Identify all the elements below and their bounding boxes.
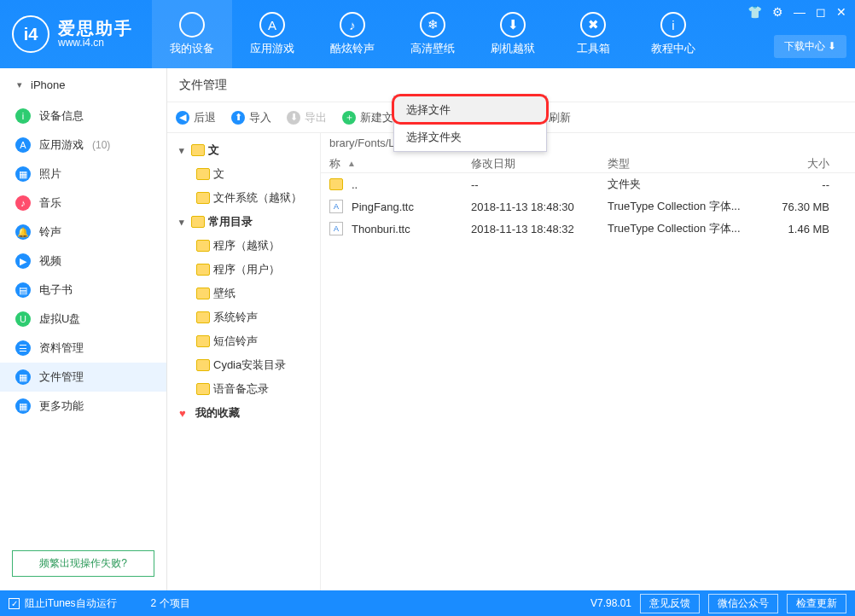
logo-icon: i4 bbox=[12, 15, 49, 53]
tree-label: 短信铃声 bbox=[213, 334, 258, 349]
col-date-header[interactable]: 修改日期 bbox=[471, 156, 608, 171]
nav-ringtones[interactable]: ♪ 酷炫铃声 bbox=[312, 0, 393, 68]
file-name: PingFang.ttc bbox=[352, 200, 414, 213]
maximize-button[interactable]: ◻ bbox=[816, 5, 826, 19]
tree-item[interactable]: 短信铃声 bbox=[167, 329, 320, 353]
apple-icon bbox=[179, 12, 205, 38]
export-icon: ⬇ bbox=[287, 111, 300, 125]
nav-jailbreak[interactable]: ⬇ 刷机越狱 bbox=[473, 0, 553, 68]
minimize-button[interactable]: — bbox=[794, 5, 806, 19]
sidebar-item-ringtones[interactable]: 🔔铃声 bbox=[0, 218, 166, 247]
file-type: TrueType Collection 字体... bbox=[608, 199, 778, 214]
font-file-icon: A bbox=[329, 222, 343, 235]
col-name-header[interactable]: 称▲ bbox=[329, 156, 471, 171]
file-type: TrueType Collection 字体... bbox=[608, 221, 778, 236]
window-buttons: 👕 ⚙ — ◻ ✕ bbox=[747, 5, 846, 19]
help-button[interactable]: 频繁出现操作失败? bbox=[12, 550, 154, 577]
wechat-button[interactable]: 微信公众号 bbox=[708, 594, 778, 613]
sidebar-item-label: 应用游戏 bbox=[39, 137, 84, 153]
nav-label: 酷炫铃声 bbox=[330, 41, 375, 56]
nav-tools[interactable]: ✖ 工具箱 bbox=[553, 0, 633, 68]
import-icon: ⬆ bbox=[231, 111, 245, 125]
back-button[interactable]: ◀后退 bbox=[176, 110, 216, 125]
file-row[interactable]: APingFang.ttc 2018-11-13 18:48:30 TrueTy… bbox=[321, 195, 855, 218]
sidebar-item-videos[interactable]: ▶视频 bbox=[0, 247, 166, 276]
itunes-checkbox[interactable]: ✓ bbox=[9, 598, 20, 609]
back-icon: ◀ bbox=[176, 111, 189, 125]
status-bar: ✓ 阻止iTunes自动运行 2 个项目 V7.98.01 意见反馈 微信公众号… bbox=[0, 590, 855, 616]
tree-item[interactable]: 程序（用户） bbox=[167, 258, 320, 282]
sidebar-item-more[interactable]: ▦更多功能 bbox=[0, 392, 166, 421]
device-selector[interactable]: ▾ iPhone bbox=[0, 68, 166, 102]
info-icon: i bbox=[660, 12, 686, 38]
sidebar-item-count: (10) bbox=[92, 139, 110, 151]
folder-icon bbox=[196, 383, 210, 395]
tree-item[interactable]: 系统铃声 bbox=[167, 305, 320, 329]
top-nav: 我的设备 A 应用游戏 ♪ 酷炫铃声 ❄ 高清壁纸 ⬇ 刷机越狱 ✖ 工具箱 i… bbox=[152, 0, 713, 68]
file-row-parent[interactable]: .. -- 文件夹 -- bbox=[321, 173, 855, 195]
sidebar-item-label: 视频 bbox=[39, 253, 61, 269]
app-name: 爱思助手 bbox=[58, 19, 133, 38]
file-columns: 称▲ 修改日期 类型 大小 bbox=[321, 149, 855, 173]
items-count: 2 个项目 bbox=[151, 596, 190, 611]
nav-apps[interactable]: A 应用游戏 bbox=[232, 0, 312, 68]
tools-icon: ✖ bbox=[580, 12, 606, 38]
tree-root-1[interactable]: ▾文 bbox=[167, 138, 320, 162]
video-icon: ▶ bbox=[15, 253, 31, 269]
sidebar-item-ebooks[interactable]: ▤电子书 bbox=[0, 276, 166, 305]
sidebar-item-label: 设备信息 bbox=[39, 108, 84, 124]
col-size-header[interactable]: 大小 bbox=[778, 156, 846, 171]
menu-select-folder[interactable]: 选择文件夹 bbox=[394, 124, 546, 151]
sidebar-item-music[interactable]: ♪音乐 bbox=[0, 189, 166, 218]
skin-icon[interactable]: 👕 bbox=[747, 5, 762, 19]
nav-label: 高清壁纸 bbox=[410, 41, 455, 56]
itunes-label: 阻止iTunes自动运行 bbox=[25, 596, 117, 611]
sidebar-item-device-info[interactable]: i设备信息 bbox=[0, 102, 166, 131]
tree-label: 程序（用户） bbox=[213, 262, 280, 277]
folder-icon bbox=[196, 288, 210, 299]
settings-icon[interactable]: ⚙ bbox=[772, 5, 783, 19]
files-icon: ▦ bbox=[15, 369, 31, 385]
app-header: i4 爱思助手 www.i4.cn 我的设备 A 应用游戏 ♪ 酷炫铃声 ❄ 高… bbox=[0, 0, 855, 68]
nav-label: 应用游戏 bbox=[250, 41, 294, 56]
sidebar-item-label: 文件管理 bbox=[39, 369, 84, 385]
tree-item-filesystem[interactable]: 文件系统（越狱） bbox=[167, 186, 320, 210]
sidebar-item-udisk[interactable]: U虚拟U盘 bbox=[0, 305, 166, 334]
folder-icon bbox=[196, 311, 210, 323]
nav-tutorials[interactable]: i 教程中心 bbox=[633, 0, 713, 68]
image-icon: ▦ bbox=[15, 166, 31, 182]
menu-select-file[interactable]: 选择文件 bbox=[394, 96, 546, 124]
sidebar-item-profile[interactable]: ☰资料管理 bbox=[0, 334, 166, 363]
feedback-button[interactable]: 意见反馈 bbox=[640, 594, 700, 613]
bell-icon: 🔔 bbox=[15, 224, 31, 240]
app-url: www.i4.cn bbox=[58, 38, 133, 49]
tree-label: 常用目录 bbox=[208, 214, 253, 230]
tree-item[interactable]: 文 bbox=[167, 162, 320, 186]
nav-my-device[interactable]: 我的设备 bbox=[152, 0, 232, 68]
sidebar-item-apps[interactable]: A应用游戏(10) bbox=[0, 131, 166, 160]
sidebar-item-label: 音乐 bbox=[39, 195, 61, 211]
sidebar-item-photos[interactable]: ▦照片 bbox=[0, 160, 166, 189]
tree-label: Cydia安装目录 bbox=[213, 357, 286, 373]
tree-root-2[interactable]: ▾常用目录 bbox=[167, 210, 320, 234]
tree-label: 语音备忘录 bbox=[213, 381, 269, 397]
tree-item[interactable]: 壁纸 bbox=[167, 282, 320, 305]
folder-icon bbox=[196, 192, 210, 204]
sort-asc-icon: ▲ bbox=[347, 159, 356, 168]
export-button[interactable]: ⬇导出 bbox=[287, 110, 327, 125]
file-size: 76.30 MB bbox=[778, 200, 846, 213]
tree-item[interactable]: Cydia安装目录 bbox=[167, 353, 320, 377]
col-type-header[interactable]: 类型 bbox=[608, 156, 778, 171]
tree-item[interactable]: 程序（越狱） bbox=[167, 234, 320, 258]
tree-item[interactable]: 语音备忘录 bbox=[167, 377, 320, 401]
sidebar-item-label: 更多功能 bbox=[39, 398, 84, 414]
download-center-button[interactable]: 下载中心 ⬇ bbox=[774, 35, 846, 58]
tree-label: 我的收藏 bbox=[195, 405, 240, 421]
file-row[interactable]: AThonburi.ttc 2018-11-13 18:48:32 TrueTy… bbox=[321, 218, 855, 240]
import-button[interactable]: ⬆导入 bbox=[231, 110, 271, 125]
tree-favorites[interactable]: ♥ 我的收藏 bbox=[167, 401, 320, 425]
nav-wallpapers[interactable]: ❄ 高清壁纸 bbox=[393, 0, 473, 68]
close-button[interactable]: ✕ bbox=[836, 5, 846, 19]
sidebar-item-file-manager[interactable]: ▦文件管理 bbox=[0, 363, 166, 392]
check-update-button[interactable]: 检查更新 bbox=[787, 594, 846, 613]
